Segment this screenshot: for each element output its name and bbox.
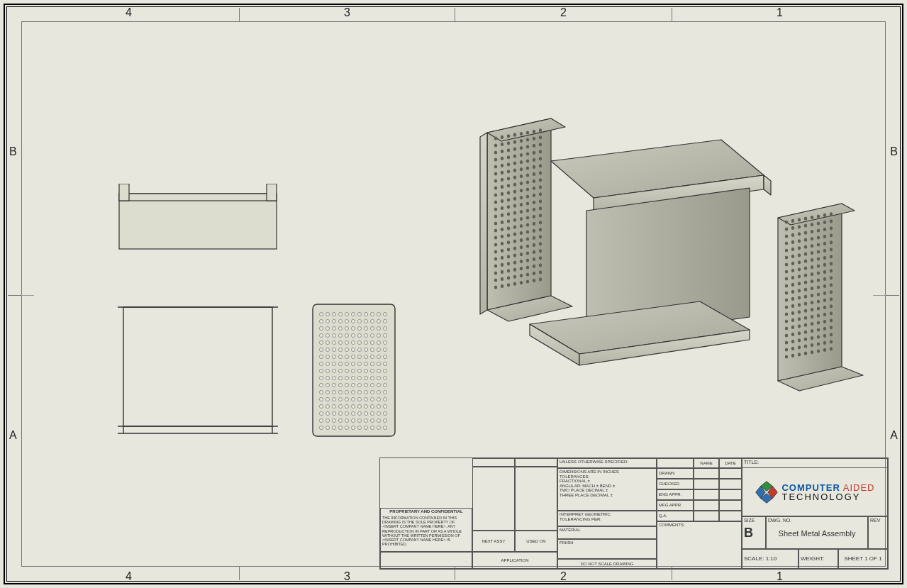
- svg-point-88: [319, 362, 323, 365]
- svg-point-387: [539, 277, 542, 281]
- svg-point-232: [520, 146, 523, 150]
- svg-point-54: [383, 333, 386, 337]
- svg-point-73: [364, 348, 367, 351]
- tick: [672, 8, 672, 21]
- svg-point-123: [332, 383, 335, 387]
- svg-point-326: [507, 233, 510, 237]
- svg-point-354: [533, 250, 535, 254]
- zone-col: 1: [777, 570, 783, 583]
- svg-point-411: [830, 226, 833, 230]
- zone-col: 2: [560, 570, 567, 583]
- svg-point-459: [830, 269, 833, 272]
- svg-point-513: [817, 321, 820, 324]
- svg-point-277: [501, 192, 503, 196]
- svg-point-450: [823, 263, 826, 267]
- svg-point-510: [798, 324, 801, 328]
- tick: [21, 295, 34, 296]
- svg-point-147: [345, 397, 348, 401]
- svg-point-400: [811, 223, 813, 226]
- svg-point-447: [804, 267, 807, 270]
- svg-point-133: [325, 390, 329, 394]
- title-block: PROPRIETARY AND CONFIDENTIAL THE INFORMA…: [379, 457, 889, 570]
- svg-point-252: [494, 172, 497, 175]
- sig-name: [694, 500, 719, 511]
- title-logo-area: COMPUTER AIDED TECHNOLOGY: [742, 468, 888, 516]
- svg-point-383: [513, 282, 516, 286]
- drawing-sheet: 4 3 2 1 4 3 2 1 B A B A: [4, 4, 903, 584]
- svg-point-462: [798, 282, 801, 285]
- svg-point-81: [345, 355, 348, 358]
- svg-point-511: [804, 323, 807, 327]
- svg-point-503: [804, 316, 807, 320]
- zone-row: A: [890, 429, 898, 442]
- svg-point-526: [798, 338, 801, 342]
- svg-point-278: [507, 191, 510, 194]
- application-label: APPLICATION: [472, 552, 557, 569]
- svg-point-486: [798, 303, 801, 306]
- svg-point-36: [338, 326, 342, 330]
- do-not-scale: DO NOT SCALE DRAWING: [557, 559, 657, 569]
- svg-point-148: [351, 397, 355, 401]
- svg-point-219: [539, 128, 542, 132]
- svg-point-434: [823, 249, 826, 253]
- svg-point-388: [785, 220, 788, 223]
- svg-point-515: [830, 318, 833, 322]
- svg-point-21: [383, 312, 386, 316]
- svg-point-357: [501, 263, 503, 267]
- svg-point-236: [494, 157, 497, 161]
- svg-point-463: [804, 281, 807, 284]
- svg-point-165: [319, 411, 323, 415]
- svg-point-377: [526, 272, 529, 276]
- svg-point-428: [785, 255, 788, 259]
- svg-point-490: [823, 299, 826, 302]
- svg-point-392: [811, 216, 813, 219]
- svg-point-135: [338, 390, 342, 394]
- svg-point-496: [811, 308, 813, 311]
- svg-point-134: [332, 390, 335, 394]
- svg-point-76: [383, 348, 386, 351]
- svg-point-214: [507, 134, 510, 138]
- dims-note: DIMENSIONS ARE IN INCHES TOLERANCES: FRA…: [557, 468, 657, 511]
- svg-point-22: [319, 319, 323, 323]
- svg-point-66: [319, 348, 323, 351]
- svg-rect-1: [119, 194, 277, 201]
- svg-point-452: [785, 277, 788, 280]
- logo-text: COMPUTER AIDED TECHNOLOGY: [781, 483, 874, 501]
- svg-point-317: [501, 228, 503, 231]
- svg-point-435: [830, 248, 833, 251]
- svg-point-334: [507, 240, 510, 244]
- svg-point-59: [345, 340, 348, 344]
- svg-point-282: [533, 187, 535, 190]
- svg-marker-204: [764, 175, 771, 195]
- svg-point-157: [338, 404, 342, 408]
- svg-point-84: [364, 355, 367, 358]
- svg-point-234: [533, 144, 535, 148]
- svg-point-196: [377, 426, 380, 429]
- svg-point-41: [370, 326, 374, 330]
- svg-point-539: [830, 340, 833, 343]
- svg-point-431: [804, 253, 807, 256]
- svg-point-489: [817, 299, 820, 303]
- svg-point-246: [507, 162, 510, 166]
- svg-point-188: [325, 426, 329, 429]
- svg-point-451: [830, 262, 833, 265]
- svg-point-336: [520, 238, 523, 242]
- svg-point-528: [811, 336, 813, 340]
- zone-row: B: [9, 145, 17, 158]
- svg-point-499: [830, 304, 833, 308]
- svg-point-242: [533, 151, 535, 155]
- svg-point-61: [357, 340, 361, 344]
- svg-point-332: [494, 243, 497, 246]
- svg-point-535: [804, 345, 807, 348]
- svg-point-220: [494, 143, 497, 147]
- svg-point-17: [357, 312, 361, 316]
- svg-point-47: [338, 333, 342, 337]
- svg-point-265: [526, 173, 529, 177]
- svg-point-13: [332, 312, 335, 316]
- svg-point-524: [785, 340, 788, 344]
- logo-icon: [755, 480, 779, 504]
- svg-point-96: [370, 362, 374, 365]
- view-perf-panel: [311, 303, 396, 438]
- view-front: [115, 184, 282, 258]
- svg-point-164: [383, 404, 386, 408]
